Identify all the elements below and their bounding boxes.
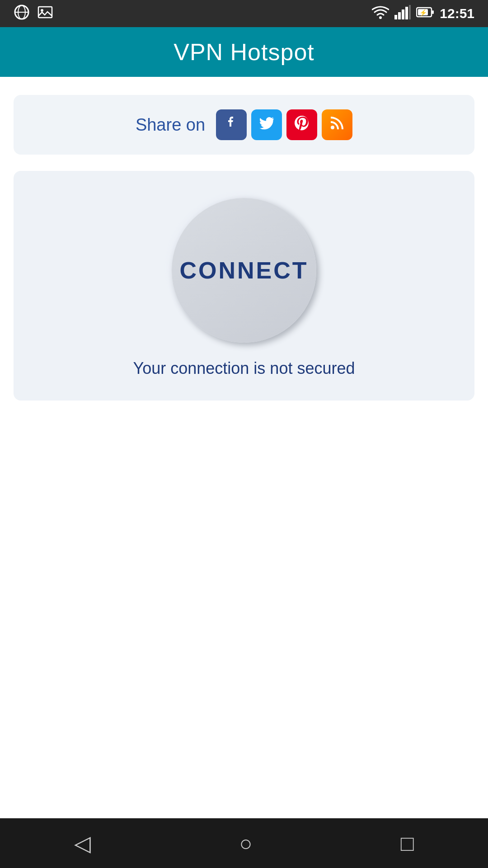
nav-bar: ◁ ○ □ <box>0 818 488 868</box>
gallery-status-icon <box>37 4 53 24</box>
pinterest-icon <box>294 115 310 135</box>
share-label: Share on <box>136 115 205 135</box>
svg-rect-3 <box>38 7 52 18</box>
status-bar-left <box>14 4 53 24</box>
main-content: Share on <box>0 77 488 818</box>
recent-icon: □ <box>401 831 414 856</box>
signal-icon <box>394 5 411 23</box>
pinterest-button[interactable] <box>286 109 317 140</box>
back-icon: ◁ <box>74 830 91 856</box>
recent-button[interactable]: □ <box>401 831 414 856</box>
connect-button[interactable]: CONNECT <box>172 198 316 343</box>
svg-point-5 <box>379 16 382 19</box>
status-bar: ⚡ 12:51 <box>0 0 488 27</box>
share-card: Share on <box>14 95 474 155</box>
svg-rect-10 <box>409 5 411 19</box>
home-button[interactable]: ○ <box>239 831 252 856</box>
connection-status-text: Your connection is not secured <box>133 359 355 378</box>
svg-rect-9 <box>405 7 408 19</box>
battery-icon: ⚡ <box>416 6 434 22</box>
app-title: VPN Hotspot <box>174 38 314 66</box>
svg-text:⚡: ⚡ <box>419 9 427 17</box>
twitter-icon <box>258 115 275 135</box>
social-icons-group <box>216 109 352 140</box>
home-icon: ○ <box>239 831 252 856</box>
svg-rect-8 <box>402 9 404 19</box>
back-button[interactable]: ◁ <box>74 830 91 856</box>
rss-button[interactable] <box>322 109 352 140</box>
connect-button-label: CONNECT <box>179 257 308 284</box>
facebook-button[interactable] <box>216 109 247 140</box>
svg-rect-6 <box>394 15 397 19</box>
connect-card: CONNECT Your connection is not secured <box>14 171 474 401</box>
status-time: 12:51 <box>440 6 474 21</box>
svg-rect-7 <box>398 12 401 19</box>
svg-point-15 <box>331 126 334 129</box>
status-bar-right: ⚡ 12:51 <box>372 5 474 23</box>
rss-icon <box>329 115 345 135</box>
facebook-icon <box>223 115 239 135</box>
vpn-status-icon <box>14 4 30 24</box>
twitter-button[interactable] <box>251 109 282 140</box>
app-bar: VPN Hotspot <box>0 27 488 77</box>
svg-rect-12 <box>432 10 434 14</box>
wifi-icon <box>372 5 389 23</box>
svg-point-4 <box>41 9 43 12</box>
